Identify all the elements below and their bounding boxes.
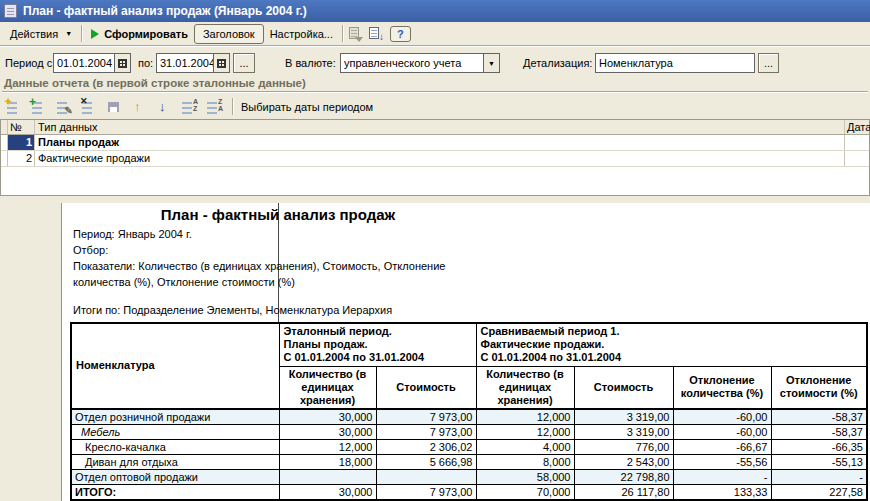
detail-value: Номенклатура bbox=[596, 57, 754, 69]
currency-select[interactable]: управленческого учета bbox=[340, 53, 500, 73]
qty-deviation-header: Отклонение количества (%) bbox=[673, 366, 771, 409]
report-period-line: Период: Январь 2004 г. bbox=[73, 226, 445, 242]
fact-qty-header: Количество (в единицах хранения) bbox=[476, 366, 574, 409]
calendar-icon bbox=[217, 59, 226, 68]
row-number: 2 bbox=[8, 151, 35, 166]
period-to-label: по: bbox=[138, 57, 153, 69]
table-row[interactable]: Отдел розничной продажи 30,000 7 973,00 … bbox=[71, 409, 867, 425]
row-date bbox=[845, 135, 869, 150]
report-area: - - + План - фактный анализ продаж Перио… bbox=[0, 203, 870, 501]
finish-edit-icon[interactable] bbox=[106, 99, 122, 115]
period-from-field[interactable]: 01.01.2004 bbox=[53, 53, 131, 73]
nomenclature-column-header: Номенклатура bbox=[71, 323, 279, 409]
row-number: 1 bbox=[8, 135, 35, 150]
play-icon bbox=[91, 29, 99, 39]
sort-asc-icon[interactable]: A Z bbox=[181, 99, 197, 115]
section-divider bbox=[2, 91, 868, 93]
edit-row-icon[interactable]: ✎ bbox=[56, 99, 72, 115]
add-row-icon[interactable]: ✦ bbox=[6, 99, 22, 115]
generate-button[interactable]: Сформировать bbox=[85, 26, 194, 42]
plan-qty-header: Количество (в единицах хранения) bbox=[279, 366, 376, 409]
period-to-field[interactable]: 31.01.2004 bbox=[156, 53, 230, 73]
row-marker bbox=[1, 151, 8, 166]
table-row[interactable]: Кресло-качалка 12,000 2 306,02 4,000 776… bbox=[71, 439, 867, 454]
toolbar-separator bbox=[81, 25, 82, 42]
cost-deviation-header: Отклонение стоимости (%) bbox=[771, 366, 867, 409]
calendar-button[interactable] bbox=[114, 54, 130, 72]
detail-field[interactable]: Номенклатура bbox=[595, 53, 755, 73]
filter-row: Период с: 01.01.2004 по: 31.01.2004 ... … bbox=[0, 53, 870, 77]
row-type: Планы продаж bbox=[35, 135, 845, 150]
row-marker bbox=[1, 135, 8, 150]
report-selection-line: Отбор: bbox=[73, 242, 445, 258]
chevron-down-icon[interactable] bbox=[483, 54, 499, 72]
table-row[interactable]: Мебель 30,000 7 973,00 12,000 3 319,00 -… bbox=[71, 424, 867, 439]
detail-label: Детализация: bbox=[523, 57, 592, 69]
calendar-button[interactable] bbox=[213, 54, 229, 72]
table-row[interactable]: Отдел оптовой продажи 58,000 22 798,80 -… bbox=[71, 469, 867, 484]
delete-row-icon[interactable]: ✕ bbox=[81, 99, 97, 115]
table-total-row[interactable]: ИТОГО: 30,000 7 973,00 70,000 26 117,80 … bbox=[71, 484, 867, 500]
list-item-plans[interactable]: 1 Планы продаж bbox=[1, 135, 869, 151]
table-row[interactable]: Диван для отдыха 18,000 5 666,98 8,000 2… bbox=[71, 454, 867, 469]
list-toolbar: ✦ + ✎ ✕ ↑ ↓ A Z Z A Выбирать даты период… bbox=[0, 94, 870, 119]
generate-label: Сформировать bbox=[104, 28, 188, 40]
toolbar-separator bbox=[342, 25, 343, 42]
period-to-value: 31.01.2004 bbox=[157, 57, 213, 69]
toolbar-groove bbox=[0, 45, 870, 47]
row-date bbox=[845, 151, 869, 166]
report-title: План - фактный анализ продаж bbox=[72, 206, 484, 223]
move-up-icon[interactable]: ↑ bbox=[131, 99, 147, 115]
grouping-margin: - - + bbox=[0, 203, 62, 501]
report-window-icon bbox=[4, 4, 17, 18]
currency-label: В валюте: bbox=[285, 57, 336, 69]
plan-cost-header: Стоимость bbox=[376, 366, 476, 409]
window-titlebar: План - фактный анализ продаж (Январь 200… bbox=[0, 0, 870, 22]
plan-fact-table: Номенклатура Эталонный период. Планы про… bbox=[70, 322, 868, 501]
detail-more-button[interactable]: ... bbox=[758, 53, 779, 73]
plan-group-header: Эталонный период. Планы продаж. С 01.01.… bbox=[279, 323, 476, 366]
period-from-label: Период с: bbox=[5, 57, 55, 69]
main-toolbar: Действия Сформировать Заголовок Настройк… bbox=[0, 22, 870, 45]
type-column-header: Тип данных bbox=[35, 120, 845, 134]
currency-value: управленческого учета bbox=[341, 57, 483, 69]
period-from-value: 01.01.2004 bbox=[54, 57, 114, 69]
header-toggle-button[interactable]: Заголовок bbox=[194, 24, 264, 44]
fact-cost-header: Стоимость bbox=[574, 366, 673, 409]
report-data-section-label: Данные отчета (в первой строке эталонные… bbox=[4, 77, 306, 89]
report-totals-by-line: Итоги по: Подразделение Элементы, Номенк… bbox=[73, 302, 445, 318]
fact-group-header: Сравниваемый период 1. Фактические прода… bbox=[476, 323, 867, 366]
help-button[interactable]: ? bbox=[390, 26, 411, 42]
actions-menu-button[interactable]: Действия bbox=[4, 26, 78, 42]
period-more-button[interactable]: ... bbox=[233, 53, 255, 73]
move-down-icon[interactable]: ↓ bbox=[156, 99, 172, 115]
marker-column-header bbox=[1, 120, 8, 134]
select-dates-button[interactable]: Выбирать даты периодом bbox=[241, 101, 373, 113]
report-indicators-line1: Показатели: Количество (в единицах хране… bbox=[73, 258, 445, 274]
add-copy-row-icon[interactable]: + bbox=[31, 99, 47, 115]
settings-button[interactable]: Настройка... bbox=[264, 26, 339, 42]
report-indicators-line2: количества (%), Отклонение стоимости (%) bbox=[73, 274, 445, 290]
row-type: Фактические продажи bbox=[35, 151, 845, 166]
toolbar-separator bbox=[232, 98, 233, 115]
date-column-header: Дата bbox=[845, 120, 869, 134]
list-header-row: № Тип данных Дата bbox=[1, 120, 869, 135]
list-item-fact[interactable]: 2 Фактические продажи bbox=[1, 151, 869, 167]
report-meta: Период: Январь 2004 г. Отбор: Показатели… bbox=[73, 226, 445, 318]
save-settings-icon[interactable]: ↓ bbox=[368, 26, 384, 42]
num-column-header: № bbox=[8, 120, 35, 134]
restore-settings-icon[interactable] bbox=[348, 26, 364, 42]
calendar-icon bbox=[118, 59, 127, 68]
report-data-list: № Тип данных Дата 1 Планы продаж 2 Факти… bbox=[0, 119, 870, 196]
sort-desc-icon[interactable]: Z A bbox=[206, 99, 222, 115]
window-title: План - фактный анализ продаж (Январь 200… bbox=[23, 4, 307, 18]
